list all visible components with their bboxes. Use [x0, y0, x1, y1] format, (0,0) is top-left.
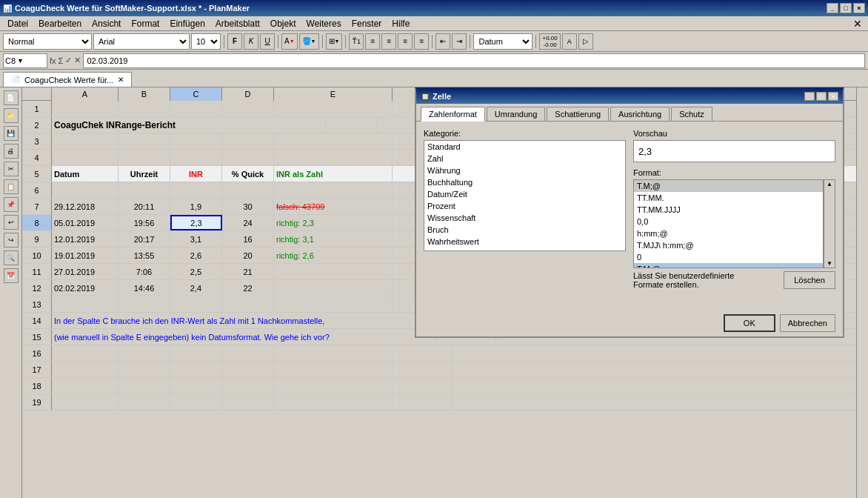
align-right-button[interactable]: ≡ — [398, 33, 413, 50]
cell-a8[interactable]: 05.01.2019 — [52, 215, 118, 230]
loeschen-button[interactable]: Löschen — [784, 271, 835, 289]
cell-e1[interactable] — [274, 101, 393, 116]
dialog-close-button[interactable]: × — [828, 92, 838, 101]
format-listbox[interactable]: T.M;@ TT.MM. TT.MM.JJJJ 0,0 h:mm;@ T.MJJ… — [633, 179, 824, 268]
listbox-item-prozent[interactable]: Prozent — [424, 200, 625, 212]
cell-a9[interactable]: 12.01.2019 — [52, 231, 118, 247]
cell-f19[interactable] — [393, 394, 452, 410]
cell-d17[interactable] — [222, 362, 274, 377]
italic-button[interactable]: K — [244, 33, 258, 50]
cell-c16[interactable] — [170, 345, 222, 361]
format-item-5[interactable]: h:mm;@ — [634, 228, 823, 239]
listbox-item-datumzeit[interactable]: Datum/Zeit — [424, 188, 625, 200]
cell-c19[interactable] — [170, 394, 222, 410]
formula-input[interactable] — [83, 53, 865, 68]
cell-c11[interactable]: 2,5 — [170, 264, 222, 279]
sidebar-print-icon[interactable]: 🖨 — [4, 144, 19, 159]
listbox-item-bruch[interactable]: Bruch — [424, 224, 625, 236]
cell-c3[interactable] — [170, 133, 222, 149]
cell-a6[interactable] — [52, 182, 118, 198]
cell-e17[interactable] — [274, 362, 393, 377]
cell-e10[interactable]: richtig: 2,6 — [274, 248, 393, 263]
coord-button[interactable]: +0.00-0.00 — [539, 33, 560, 50]
cell-e4[interactable] — [274, 150, 393, 165]
col-header-a[interactable]: A — [52, 87, 118, 101]
fill-button[interactable]: 🪣▼ — [299, 33, 319, 50]
menu-fenster[interactable]: Fenster — [347, 17, 387, 30]
col-header-b[interactable]: B — [118, 87, 170, 101]
kategorie-listbox[interactable]: Standard Zahl Währung Buchhaltung Datum/… — [424, 140, 626, 251]
cell-c8[interactable]: 2,3 — [170, 215, 222, 230]
menu-format[interactable]: Format — [127, 17, 164, 30]
cell-a16[interactable] — [52, 345, 118, 361]
cell-c12[interactable]: 2,4 — [170, 280, 222, 296]
cell-reference[interactable]: C8 ▼ — [3, 53, 47, 68]
cell-a1[interactable] — [52, 101, 118, 116]
format-item-1[interactable]: T.M;@ — [634, 180, 823, 192]
app-close-icon[interactable]: ✕ — [850, 18, 865, 30]
tab-zahlenformat[interactable]: Zahlenformat — [421, 107, 485, 122]
cell-d16[interactable] — [222, 345, 274, 361]
col-header-d[interactable]: D — [222, 87, 274, 101]
cell-f16[interactable] — [393, 345, 452, 361]
close-button[interactable]: × — [853, 3, 865, 13]
cell-f17[interactable] — [393, 362, 452, 377]
cell-c1[interactable] — [170, 101, 222, 116]
cell-ref-dropdown[interactable]: ▼ — [17, 57, 24, 64]
listbox-item-waehrung[interactable]: Währung — [424, 165, 625, 176]
cell-e8[interactable]: richtig: 2,3 — [274, 215, 393, 230]
cell-d11[interactable]: 21 — [222, 264, 274, 279]
cell-d12[interactable]: 22 — [222, 280, 274, 296]
cell-a19[interactable] — [52, 394, 118, 410]
border-button[interactable]: ⊞▼ — [326, 33, 343, 50]
menu-einfuegen[interactable]: Einfügen — [165, 17, 209, 30]
maximize-button[interactable]: □ — [840, 3, 852, 13]
cell-c18[interactable] — [170, 378, 222, 394]
listbox-item-standard[interactable]: Standard — [424, 141, 625, 153]
menu-ansicht[interactable]: Ansicht — [87, 17, 125, 30]
font-select[interactable]: Arial — [93, 33, 190, 50]
cell-e16[interactable] — [274, 345, 393, 361]
cell-a11[interactable]: 27.01.2019 — [52, 264, 118, 279]
scroll-up-icon[interactable]: ▲ — [827, 181, 832, 187]
cell-d2[interactable] — [326, 117, 378, 133]
align-justify-button[interactable]: ≡ — [414, 33, 429, 50]
cell-c13[interactable] — [170, 296, 222, 312]
sidebar-paste-icon[interactable]: 📌 — [4, 197, 19, 212]
sidebar-new-icon[interactable]: 📄 — [4, 90, 19, 105]
cell-b12[interactable]: 14:46 — [118, 280, 170, 296]
cell-e18[interactable] — [274, 378, 393, 394]
tab-umrandung[interactable]: Umrandung — [487, 107, 545, 121]
format-item-8[interactable]: T.M;@ — [634, 263, 823, 268]
outdent-button[interactable]: ⇥ — [452, 33, 467, 50]
format-item-6[interactable]: T.MJJ\ h:mm;@ — [634, 239, 823, 251]
cell-a3[interactable] — [52, 133, 118, 149]
font-size-select[interactable]: 10 — [191, 33, 221, 50]
listbox-item-zahl[interactable]: Zahl — [424, 153, 625, 165]
cell-e6[interactable] — [274, 182, 393, 198]
cell-c10[interactable]: 2,6 — [170, 248, 222, 263]
menu-bearbeiten[interactable]: Bearbeiten — [34, 17, 86, 30]
cell-b8[interactable]: 19:56 — [118, 215, 170, 230]
menu-datei[interactable]: Datei — [3, 17, 33, 30]
cell-a17[interactable] — [52, 362, 118, 377]
sidebar-find-icon[interactable]: 🔍 — [4, 250, 19, 265]
sidebar-open-icon[interactable]: 📁 — [4, 108, 19, 123]
cell-a5[interactable]: Datum — [52, 166, 118, 182]
listbox-item-buchhaltung[interactable]: Buchhaltung — [424, 176, 625, 188]
cell-a12[interactable]: 02.02.2019 — [52, 280, 118, 296]
menu-weiteres[interactable]: Weiteres — [302, 17, 346, 30]
cell-b19[interactable] — [118, 394, 170, 410]
listbox-item-wissenschaft[interactable]: Wissenschaft — [424, 212, 625, 224]
sidebar-copy-icon[interactable]: 📋 — [4, 179, 19, 194]
cell-d10[interactable]: 20 — [222, 248, 274, 263]
right-scrollbar[interactable] — [856, 87, 868, 498]
cell-b7[interactable]: 20:11 — [118, 199, 170, 214]
cell-b1[interactable] — [118, 101, 170, 116]
sidebar-redo-icon[interactable]: ↪ — [4, 233, 19, 248]
cell-b11[interactable]: 7:06 — [118, 264, 170, 279]
tab-schattierung[interactable]: Schattierung — [547, 107, 609, 121]
cell-a10[interactable]: 19.01.2019 — [52, 248, 118, 263]
cell-d8[interactable]: 24 — [222, 215, 274, 230]
cell-e19[interactable] — [274, 394, 393, 410]
